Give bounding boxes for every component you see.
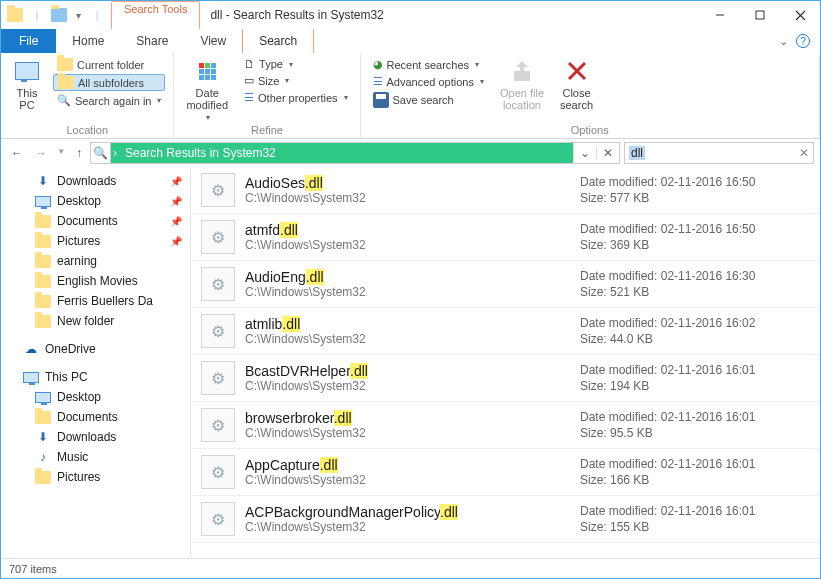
result-path: C:\Windows\System32 [245,473,580,487]
result-path: C:\Windows\System32 [245,332,580,346]
close-icon [563,57,591,85]
folder-icon [35,315,51,328]
folder-icon [57,58,73,71]
search-icon: 🔍 [91,143,111,163]
monitor-icon [23,372,39,383]
result-row[interactable]: ⚙atmfd.dllC:\Windows\System32Date modifi… [191,214,820,261]
group-label: Options [369,122,811,136]
file-icon: ⚙ [201,173,235,207]
ribbon-collapse-icon[interactable]: ⌄ [779,35,788,48]
sidebar-item[interactable]: Desktop [1,387,190,407]
clear-search-icon[interactable]: ✕ [799,146,809,160]
tab-home[interactable]: Home [56,29,120,53]
navigation-pane[interactable]: ⬇Downloads📌Desktop📌Documents📌Pictures📌ea… [1,167,191,558]
sidebar-item-label: Desktop [57,390,101,404]
search-again-button[interactable]: 🔍Search again in▾ [53,93,165,108]
file-icon: ⚙ [201,408,235,442]
results-list[interactable]: ⚙AudioSes.dllC:\Windows\System32Date mod… [191,167,820,558]
search-input[interactable]: dll ✕ [624,142,814,164]
breadcrumb[interactable]: Search Results in System32 [119,146,282,160]
close-window-button[interactable] [780,3,820,27]
sidebar-item[interactable]: ♪Music [1,447,190,467]
recent-searches-button[interactable]: ◕Recent searches▾ [369,57,488,72]
result-row[interactable]: ⚙AudioEng.dllC:\Windows\System32Date mod… [191,261,820,308]
result-row[interactable]: ⚙atmlib.dllC:\Windows\System32Date modif… [191,308,820,355]
tab-search[interactable]: Search [242,29,314,53]
sidebar-item[interactable]: ☁OneDrive [1,339,190,359]
recent-locations-button[interactable]: ▾ [59,146,64,160]
result-meta: Date modified: 02-11-2016 16:01Size: 155… [580,503,810,535]
result-path: C:\Windows\System32 [245,238,580,252]
minimize-button[interactable] [700,3,740,27]
size-button[interactable]: ▭Size▾ [240,73,351,88]
result-path: C:\Windows\System32 [245,285,580,299]
pin-icon: 📌 [170,176,182,187]
help-icon[interactable]: ? [796,34,810,48]
folder-icon[interactable] [7,7,23,23]
file-icon: ⚙ [201,314,235,348]
sidebar-item[interactable]: Desktop📌 [1,191,190,211]
tab-view[interactable]: View [184,29,242,53]
folder-icon [35,275,51,288]
result-row[interactable]: ⚙AudioSes.dllC:\Windows\System32Date mod… [191,167,820,214]
window-title: dll - Search Results in System32 [200,8,383,22]
sidebar-item[interactable]: Ferris Buellers Da [1,291,190,311]
folder-icon [35,411,51,424]
sidebar-item[interactable]: ⬇Downloads📌 [1,171,190,191]
sidebar-item[interactable]: earning [1,251,190,271]
address-bar[interactable]: 🔍 › Search Results in System32 ⌄ ✕ [90,142,620,164]
tab-share[interactable]: Share [120,29,184,53]
size-icon: ▭ [244,74,254,87]
forward-button[interactable]: → [35,146,47,160]
search-icon: 🔍 [57,94,71,107]
result-path: C:\Windows\System32 [245,191,580,205]
sidebar-item[interactable]: English Movies [1,271,190,291]
sidebar-item-label: English Movies [57,274,138,288]
close-search-button[interactable]: Close search [556,57,597,111]
type-icon: 🗋 [244,58,255,70]
qat-sep2: | [89,7,105,23]
qat-sep: | [29,7,45,23]
this-pc-button[interactable]: This PC [9,57,45,111]
sidebar-item[interactable]: New folder [1,311,190,331]
open-location-icon [508,57,536,85]
date-modified-button[interactable]: Date modified▾ [182,57,232,122]
save-search-button[interactable]: Save search [369,91,488,109]
back-button[interactable]: ← [11,146,23,160]
tab-file[interactable]: File [1,29,56,53]
download-icon: ⬇ [38,430,48,444]
up-button[interactable]: ↑ [76,146,82,160]
sidebar-item[interactable]: This PC [1,367,190,387]
pin-icon: 📌 [170,236,182,247]
save-icon [373,92,389,108]
stop-button[interactable]: ✕ [596,146,619,160]
sidebar-item[interactable]: Documents [1,407,190,427]
sidebar-item[interactable]: Pictures [1,467,190,487]
qat-dropdown[interactable]: ▾ [73,7,83,23]
type-button[interactable]: 🗋Type▾ [240,57,351,71]
advanced-options-button[interactable]: ☰Advanced options▾ [369,74,488,89]
sidebar-item[interactable]: ⬇Downloads [1,427,190,447]
search-term: dll [629,146,645,160]
other-properties-button[interactable]: ☰Other properties▾ [240,90,351,105]
sidebar-item-label: Downloads [57,430,116,444]
status-bar: 707 items [1,558,820,578]
all-subfolders-button[interactable]: All subfolders [53,74,165,91]
sidebar-item[interactable]: Documents📌 [1,211,190,231]
clock-icon: ◕ [373,58,383,71]
result-row[interactable]: ⚙ACPBackgroundManagerPolicy.dllC:\Window… [191,496,820,543]
folder-icon [35,471,51,484]
result-row[interactable]: ⚙browserbroker.dllC:\Windows\System32Dat… [191,402,820,449]
address-dropdown[interactable]: ⌄ [573,146,596,160]
ribbon: This PC Current folder All subfolders 🔍S… [1,53,820,139]
navigation-bar: ← → ▾ ↑ 🔍 › Search Results in System32 ⌄… [1,139,820,167]
properties-icon[interactable] [51,7,67,23]
result-name: AudioSes.dll [245,175,580,191]
sidebar-item[interactable]: Pictures📌 [1,231,190,251]
current-folder-button[interactable]: Current folder [53,57,165,72]
file-icon: ⚙ [201,361,235,395]
sidebar-item-label: earning [57,254,97,268]
maximize-button[interactable] [740,3,780,27]
result-row[interactable]: ⚙BcastDVRHelper.dllC:\Windows\System32Da… [191,355,820,402]
result-row[interactable]: ⚙AppCapture.dllC:\Windows\System32Date m… [191,449,820,496]
